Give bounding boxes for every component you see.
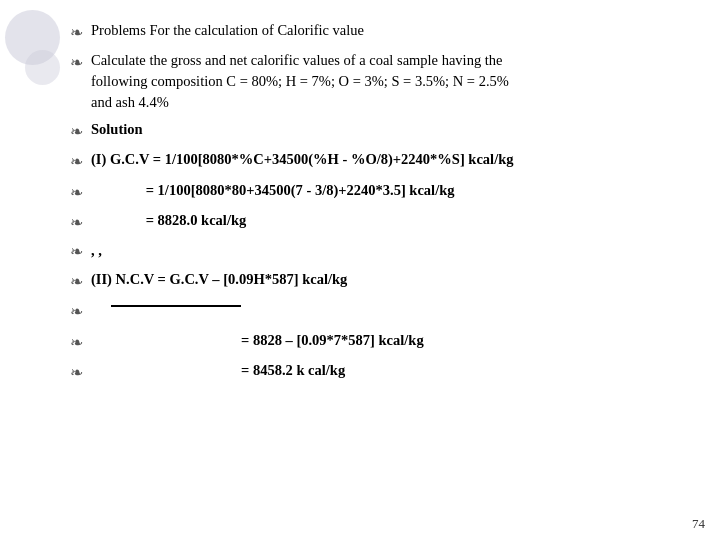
ncv-eq2: = 8828 – [0.09*7*587] kcal/kg [91,330,710,351]
bullet-6: ❧ [70,211,83,234]
bullet-item-1: ❧ Problems For the calculation of Calori… [70,20,710,44]
bullet-7: ❧ [70,240,83,263]
comma-text: , , [91,240,102,261]
line2-text: Calculate the gross and net calorific va… [91,50,710,113]
line2b-text: following composition C = 80%; H = 7%; O… [91,73,509,89]
gcv-eq: 1/100[8080*%C+34500(%H - %O/8)+2240*%S] … [165,151,514,167]
comma-line: ❧ , , [70,240,710,263]
gcv-line3: G.C.V = = 8828.0 kcal/kg [91,210,710,231]
bullet-5: ❧ [70,181,83,204]
bullet-item-4: ❧ (I) G.C.V = 1/100[8080*%C+34500(%H - %… [70,149,710,173]
bullet-item-2: ❧ Calculate the gross and net calorific … [70,50,710,113]
bullet-3: ❧ [70,120,83,143]
bullet-item-8: ❧ (II) N.C.V = G.C.V – [0.09H*587] kcal/… [70,269,710,293]
gcv-label: (I) G.C.V = [91,151,161,167]
main-content: ❧ Problems For the calculation of Calori… [70,20,710,510]
bullet-item-underline: ❧ [70,299,710,323]
gcv-line2: G.C.V = = 1/100[8080*80+34500(7 - 3/8)+2… [91,180,710,201]
ncv-eq3-val: = 8458.2 k cal/kg [241,360,345,381]
ncv-eq2-val: = 8828 – [0.09*7*587] kcal/kg [241,330,424,351]
ncv-eq3: = 8458.2 k cal/kg [91,360,710,381]
ncv-eq: = G.C.V – [0.09H*587] kcal/kg [158,271,348,287]
bullet-item-6: ❧ G.C.V = = 8828.0 kcal/kg [70,210,710,234]
page-number: 74 [692,516,705,532]
bullet-4: ❧ [70,150,83,173]
left-decoration [0,0,70,540]
gcv-line1: (I) G.C.V = 1/100[8080*%C+34500(%H - %O/… [91,149,710,170]
bullet-item-10: ❧ = 8458.2 k cal/kg [70,360,710,384]
bullet-1: ❧ [70,21,83,44]
ncv-line: (II) N.C.V = G.C.V – [0.09H*587] kcal/kg [91,269,710,290]
bullet-9: ❧ [70,300,83,323]
ncv-label: (II) N.C.V [91,271,154,287]
bullet-10: ❧ [70,331,83,354]
solution-text: Solution [91,119,710,140]
underline-decoration [111,305,241,307]
bullet-8: ❧ [70,270,83,293]
line2c-text: and ash 4.4% [91,94,169,110]
bullet-item-3: ❧ Solution [70,119,710,143]
bullet-item-9: ❧ = 8828 – [0.09*7*587] kcal/kg [70,330,710,354]
circle-small [25,50,60,85]
bullet-2: ❧ [70,51,83,74]
line1-text: Problems For the calculation of Calorifi… [91,20,710,41]
bullet-item-5: ❧ G.C.V = = 1/100[8080*80+34500(7 - 3/8)… [70,180,710,204]
gcv-eq3: = 8828.0 kcal/kg [146,212,247,228]
gcv-eq2: = 1/100[8080*80+34500(7 - 3/8)+2240*3.5]… [146,182,455,198]
bullet-11: ❧ [70,361,83,384]
